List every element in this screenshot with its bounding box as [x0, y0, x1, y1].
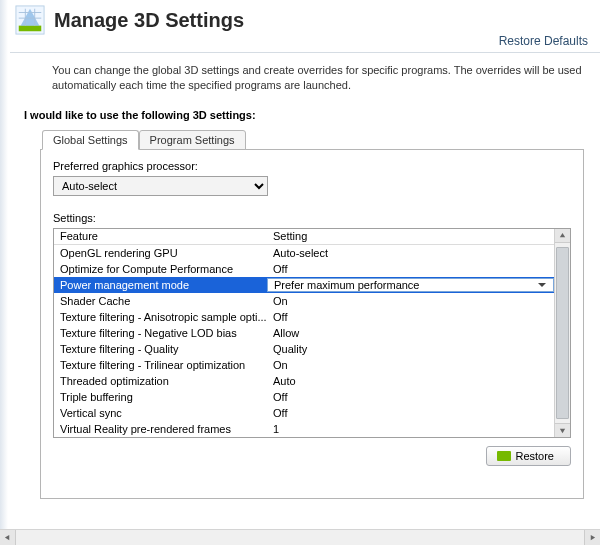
- settings-row-feature: OpenGL rendering GPU: [54, 247, 267, 259]
- settings-row-value[interactable]: Allow: [267, 327, 554, 339]
- svg-marker-8: [560, 428, 565, 432]
- settings-row-feature: Virtual Reality pre-rendered frames: [54, 423, 267, 435]
- settings-row-feature: Texture filtering - Trilinear optimizati…: [54, 359, 267, 371]
- settings-row[interactable]: Texture filtering - Negative LOD biasAll…: [54, 325, 554, 341]
- section-label: I would like to use the following 3D set…: [24, 109, 590, 121]
- settings-row[interactable]: Threaded optimizationAuto: [54, 373, 554, 389]
- window-left-stripe: [0, 0, 8, 545]
- settings-row-feature: Shader Cache: [54, 295, 267, 307]
- settings-row[interactable]: Vertical syncOff: [54, 405, 554, 421]
- tab-panel-global: Preferred graphics processor: Auto-selec…: [40, 149, 584, 499]
- restore-button[interactable]: Restore: [486, 446, 571, 466]
- tab-global-settings[interactable]: Global Settings: [42, 130, 139, 150]
- settings-row-value[interactable]: Prefer maximum performance: [267, 278, 554, 292]
- settings-row[interactable]: Virtual Reality pre-rendered frames1: [54, 421, 554, 437]
- intro-text: You can change the global 3D settings an…: [52, 63, 590, 93]
- settings-row-value[interactable]: On: [267, 359, 554, 371]
- settings-row[interactable]: OpenGL rendering GPUAuto-select: [54, 245, 554, 261]
- scroll-thumb[interactable]: [556, 247, 569, 419]
- hscroll-right-button[interactable]: [584, 530, 600, 545]
- settings-row-feature: Optimize for Compute Performance: [54, 263, 267, 275]
- settings-row-feature: Texture filtering - Anisotropic sample o…: [54, 311, 267, 323]
- settings-label: Settings:: [53, 212, 571, 224]
- tab-strip: Global Settings Program Settings: [40, 129, 584, 149]
- settings-row[interactable]: Texture filtering - Anisotropic sample o…: [54, 309, 554, 325]
- restore-button-label: Restore: [515, 450, 554, 462]
- preferred-processor-label: Preferred graphics processor:: [53, 160, 571, 172]
- scroll-up-button[interactable]: [555, 229, 570, 243]
- settings-row-value[interactable]: Auto-select: [267, 247, 554, 259]
- grid-scrollbar[interactable]: [554, 229, 570, 437]
- hscroll-left-button[interactable]: [0, 530, 16, 545]
- settings-grid: Feature Setting OpenGL rendering GPUAuto…: [53, 228, 571, 438]
- settings-row-value[interactable]: Auto: [267, 375, 554, 387]
- settings-row[interactable]: Texture filtering - QualityQuality: [54, 341, 554, 357]
- svg-marker-7: [560, 233, 565, 237]
- header: Manage 3D Settings Restore Defaults: [10, 0, 600, 53]
- chevron-down-icon[interactable]: [535, 283, 549, 287]
- settings-row-feature: Power management mode: [54, 279, 267, 291]
- scroll-down-button[interactable]: [555, 423, 570, 437]
- settings-row-feature: Texture filtering - Quality: [54, 343, 267, 355]
- page-title: Manage 3D Settings: [54, 9, 244, 32]
- settings-row-feature: Triple buffering: [54, 391, 267, 403]
- window-horizontal-scrollbar[interactable]: [0, 529, 600, 545]
- nvidia-icon: [497, 451, 511, 461]
- settings-row-feature: Vertical sync: [54, 407, 267, 419]
- settings-row-value[interactable]: Quality: [267, 343, 554, 355]
- settings-row-value[interactable]: Off: [267, 263, 554, 275]
- settings-row[interactable]: Texture filtering - Trilinear optimizati…: [54, 357, 554, 373]
- restore-defaults-link[interactable]: Restore Defaults: [499, 34, 588, 48]
- settings-row[interactable]: Power management modePrefer maximum perf…: [54, 277, 554, 293]
- svg-marker-10: [591, 535, 595, 540]
- settings-row-value[interactable]: Off: [267, 311, 554, 323]
- settings-row[interactable]: Shader CacheOn: [54, 293, 554, 309]
- settings-row[interactable]: Triple bufferingOff: [54, 389, 554, 405]
- settings-row[interactable]: Optimize for Compute PerformanceOff: [54, 261, 554, 277]
- settings-row-feature: Texture filtering - Negative LOD bias: [54, 327, 267, 339]
- settings-row-feature: Threaded optimization: [54, 375, 267, 387]
- preferred-processor-select[interactable]: Auto-select: [53, 176, 268, 196]
- grid-header: Feature Setting: [54, 229, 554, 245]
- col-header-feature[interactable]: Feature: [54, 230, 267, 242]
- svg-marker-9: [5, 535, 9, 540]
- svg-rect-1: [19, 26, 42, 32]
- settings-row-value[interactable]: On: [267, 295, 554, 307]
- settings-row-value[interactable]: Off: [267, 407, 554, 419]
- tab-program-settings[interactable]: Program Settings: [139, 130, 246, 150]
- settings-row-value[interactable]: Off: [267, 391, 554, 403]
- settings-row-value[interactable]: 1: [267, 423, 554, 435]
- col-header-setting[interactable]: Setting: [267, 230, 554, 242]
- header-icon: [14, 4, 46, 36]
